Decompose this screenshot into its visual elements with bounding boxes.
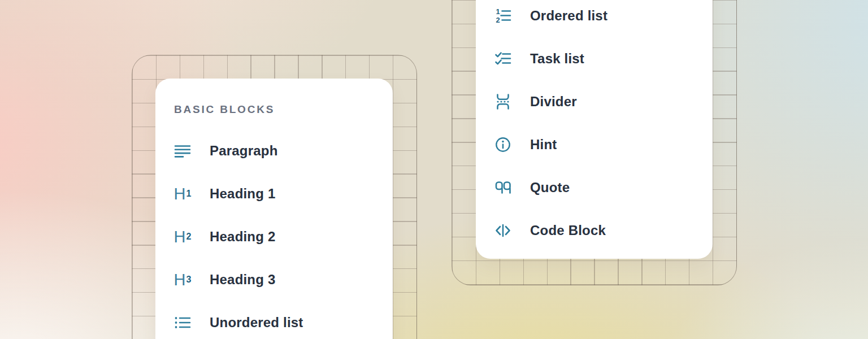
- ordered-list-icon: 1 2: [494, 7, 512, 25]
- menu-item-label: Divider: [530, 94, 577, 110]
- heading-2-icon: H2: [173, 228, 192, 246]
- svg-text:1: 1: [496, 7, 500, 16]
- menu-item-divider[interactable]: Divider: [476, 80, 713, 123]
- basic-blocks-list: Paragraph H1 Heading 1 H2 Heading 2 H3 H…: [155, 129, 393, 339]
- menu-item-label: Task list: [530, 51, 584, 67]
- menu-item-code-block[interactable]: Code Block: [476, 209, 713, 252]
- menu-item-label: Hint: [530, 137, 557, 153]
- task-list-icon: [494, 50, 512, 68]
- menu-item-ordered-list[interactable]: 1 2 Ordered list: [476, 0, 713, 37]
- quote-icon: [494, 179, 512, 197]
- menu-item-hint[interactable]: Hint: [476, 123, 713, 166]
- unordered-list-icon: [173, 314, 192, 332]
- menu-item-label: Heading 3: [210, 272, 276, 288]
- heading-1-icon: H1: [173, 185, 192, 203]
- menu-item-heading-3[interactable]: H3 Heading 3: [155, 258, 393, 301]
- divider-icon: [494, 93, 512, 111]
- menu-item-task-list[interactable]: Task list: [476, 37, 713, 80]
- menu-item-label: Quote: [530, 180, 570, 195]
- paragraph-icon: [173, 142, 192, 160]
- basic-blocks-menu: BASIC BLOCKS Paragraph H1 Heading 1 H2 H…: [155, 79, 393, 339]
- hint-icon: [494, 136, 512, 154]
- section-label: BASIC BLOCKS: [174, 103, 393, 116]
- menu-item-paragraph[interactable]: Paragraph: [155, 129, 393, 172]
- menu-item-label: Code Block: [530, 223, 606, 238]
- svg-text:2: 2: [496, 16, 500, 24]
- code-block-icon: [494, 221, 512, 240]
- menu-item-label: Heading 2: [210, 229, 276, 245]
- menu-item-label: Ordered list: [530, 8, 607, 24]
- blocks-list-right: 1 2 Ordered list Task list: [476, 0, 713, 252]
- heading-3-icon: H3: [173, 271, 192, 289]
- menu-item-label: Paragraph: [210, 143, 278, 159]
- blocks-menu-right: 1 2 Ordered list Task list: [476, 0, 713, 259]
- menu-item-label: Heading 1: [210, 186, 276, 202]
- menu-item-quote[interactable]: Quote: [476, 166, 713, 209]
- menu-item-label: Unordered list: [210, 315, 303, 331]
- menu-item-unordered-list[interactable]: Unordered list: [155, 301, 393, 339]
- menu-item-heading-1[interactable]: H1 Heading 1: [155, 172, 393, 215]
- block-picker-hero: { "colors": { "icon_teal": "#2E7E9D", "i…: [0, 0, 868, 339]
- menu-item-heading-2[interactable]: H2 Heading 2: [155, 215, 393, 258]
